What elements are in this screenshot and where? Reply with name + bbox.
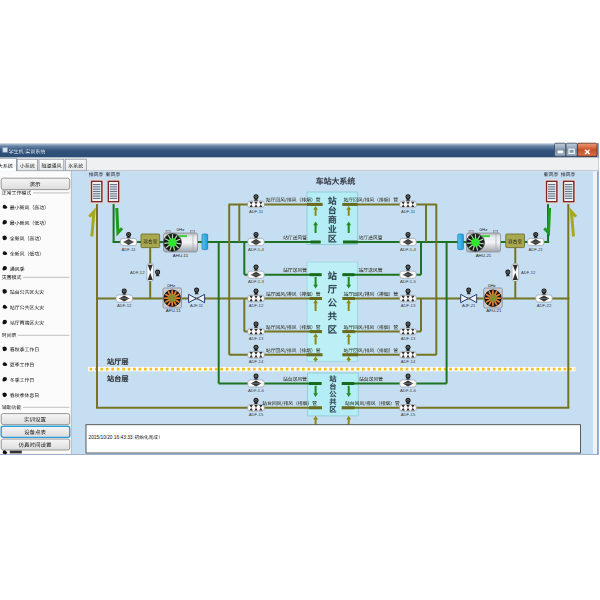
svg-text:AFU-11: AFU-11 (166, 308, 181, 313)
svg-text:ADF-11: ADF-11 (249, 209, 264, 214)
svg-text:ADF-14: ADF-14 (401, 359, 416, 364)
svg-text:0Hz: 0Hz (488, 283, 496, 288)
svg-text:ADF-13: ADF-13 (249, 336, 264, 341)
svg-text:ADF-22: ADF-22 (537, 303, 552, 308)
svg-text:ADF-11: ADF-11 (401, 209, 416, 214)
svg-text:ADF-1-6: ADF-1-6 (248, 388, 264, 393)
svg-text:0Hz: 0Hz (480, 227, 488, 232)
svg-text:ADF-12: ADF-12 (521, 270, 536, 275)
svg-text:ADF-13: ADF-13 (401, 336, 416, 341)
svg-text:ADF-11: ADF-11 (122, 247, 137, 252)
svg-text:ADF-1-5: ADF-1-5 (400, 279, 416, 284)
svg-text:ADF-13: ADF-13 (401, 303, 416, 308)
svg-text:2015/10/20 16:43:33:: 2015/10/20 16:43:33: (89, 435, 134, 440)
svg-text:ADF-21: ADF-21 (528, 247, 543, 252)
svg-text:ADF-12: ADF-12 (130, 270, 145, 275)
svg-text:ADF-1-4: ADF-1-4 (248, 247, 264, 252)
svg-text:AHU-11: AHU-11 (173, 253, 189, 258)
svg-text:ADF-14: ADF-14 (249, 359, 264, 364)
svg-text:0Hz: 0Hz (177, 227, 185, 232)
svg-text:ADF-15: ADF-15 (401, 412, 416, 417)
svg-text:ADF-1-6: ADF-1-6 (400, 388, 416, 393)
svg-text:ADF-1-4: ADF-1-4 (400, 247, 416, 252)
svg-text:ADF-12: ADF-12 (117, 303, 132, 308)
svg-text:ADF-12: ADF-12 (249, 303, 264, 308)
svg-text:AJF-21: AJF-21 (462, 303, 476, 308)
svg-text:0Hz: 0Hz (167, 283, 175, 288)
svg-text:ADF-15: ADF-15 (249, 412, 264, 417)
svg-text:AHU-21: AHU-21 (476, 253, 492, 258)
svg-text:AFU-21: AFU-21 (486, 308, 502, 313)
svg-text:AJF-11: AJF-11 (190, 303, 204, 308)
svg-text:ADF-1-3: ADF-1-3 (248, 279, 264, 284)
